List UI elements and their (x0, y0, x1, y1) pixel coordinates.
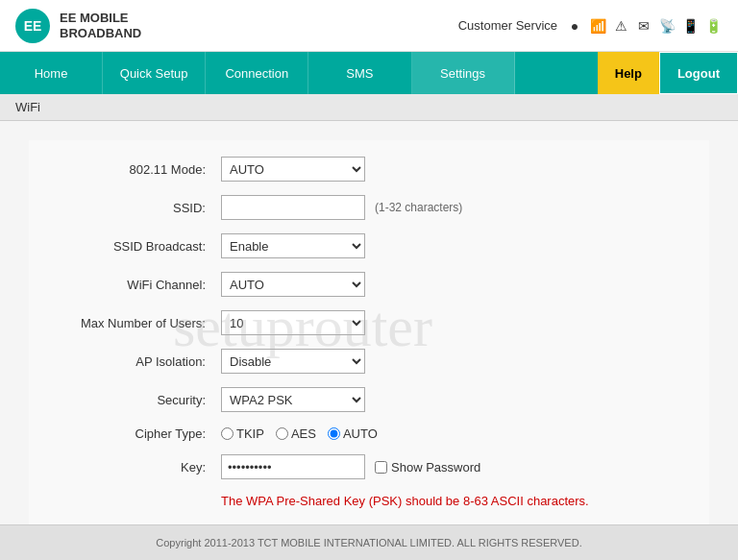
ssid-row: SSID: (1-32 characters) (29, 188, 709, 227)
content: 802.11 Mode: AUTO 11b 11g 11n SSID: (1-3… (0, 121, 738, 560)
wifi-channel-control: AUTO 123 456 789 1011 (221, 272, 365, 297)
wifi-channel-label: WiFi Channel: (29, 278, 221, 292)
mode-control: AUTO 11b 11g 11n (221, 157, 365, 182)
cipher-tkip-radio[interactable] (221, 427, 234, 440)
logo-area: EE EE MOBILE BROADBAND (15, 9, 141, 43)
show-password-checkbox[interactable] (375, 461, 387, 474)
ap-isolation-row: AP Isolation: Disable Enable (29, 342, 709, 380)
ap-isolation-label: AP Isolation: (29, 354, 221, 369)
ssid-hint: (1-32 characters) (375, 201, 462, 214)
navigation: Home Quick Setup Connection SMS Settings… (0, 52, 738, 94)
nav-connection[interactable]: Connection (206, 52, 308, 94)
ssid-label: SSID: (29, 201, 221, 215)
cipher-aes-radio[interactable] (276, 427, 288, 440)
security-row: Security: WPA2 PSK WPA PSK WEP Disable (29, 380, 709, 419)
max-users-label: Max Number of Users: (29, 316, 221, 330)
cipher-tkip-label[interactable]: TKIP (221, 426, 264, 441)
breadcrumb-text: WiFi (15, 100, 40, 114)
mode-label: 802.11 Mode: (29, 162, 221, 177)
cipher-auto-text: AUTO (343, 426, 378, 441)
content-wrapper: setuprouter 802.11 Mode: AUTO 11b 11g 11… (0, 121, 738, 560)
nav-quick-setup[interactable]: Quick Setup (103, 52, 206, 94)
show-password-text: Show Password (391, 460, 480, 475)
key-input[interactable] (221, 454, 365, 479)
battery-icon: 🔋 (703, 18, 723, 34)
cipher-type-row: Cipher Type: TKIP AES AUTO (29, 419, 709, 448)
key-control: Show Password (221, 454, 480, 479)
footer: Copyright 2011-2013 TCT MOBILE INTERNATI… (0, 524, 738, 560)
customer-service-label: Customer Service (458, 18, 557, 33)
logo-icon: EE (15, 9, 50, 43)
wifi-channel-select[interactable]: AUTO 123 456 789 1011 (221, 272, 365, 297)
ssid-broadcast-select[interactable]: Enable Disable (221, 233, 365, 258)
mode-select[interactable]: AUTO 11b 11g 11n (221, 157, 365, 182)
logo-text: EE MOBILE BROADBAND (60, 11, 141, 40)
ssid-broadcast-label: SSID Broadcast: (29, 239, 221, 254)
security-select[interactable]: WPA2 PSK WPA PSK WEP Disable (221, 387, 365, 412)
warning-text: The WPA Pre-Shared Key (PSK) should be 8… (29, 486, 709, 516)
header: EE EE MOBILE BROADBAND Customer Service … (0, 0, 738, 52)
ap-isolation-select[interactable]: Disable Enable (221, 349, 365, 374)
cipher-type-control: TKIP AES AUTO (221, 426, 378, 441)
footer-text: Copyright 2011-2013 TCT MOBILE INTERNATI… (156, 537, 581, 548)
header-icons: ● 📶 ⚠ ✉ 📡 📱 🔋 (565, 18, 723, 34)
wifi-icon: 📡 (657, 18, 676, 34)
nav-sms[interactable]: SMS (308, 52, 411, 94)
wifi-form: 802.11 Mode: AUTO 11b 11g 11n SSID: (1-3… (29, 140, 709, 560)
max-users-select[interactable]: 123 456 789 10 (221, 310, 365, 335)
cipher-tkip-text: TKIP (236, 426, 264, 441)
max-users-control: 123 456 789 10 (221, 310, 365, 335)
signal-dot-icon: ● (565, 18, 584, 34)
nav-home[interactable]: Home (0, 52, 103, 94)
envelope-icon: ✉ (634, 18, 653, 34)
ssid-broadcast-control: Enable Disable (221, 233, 365, 258)
max-users-row: Max Number of Users: 123 456 789 10 (29, 304, 709, 342)
alert-icon: ⚠ (611, 18, 630, 34)
nav-settings[interactable]: Settings (412, 52, 515, 94)
ssid-control: (1-32 characters) (221, 195, 462, 220)
help-button[interactable]: Help (598, 52, 659, 94)
key-row: Key: Show Password (29, 448, 709, 486)
cipher-auto-radio[interactable] (328, 427, 340, 440)
cipher-auto-label[interactable]: AUTO (328, 426, 378, 441)
logo-line2: BROADBAND (60, 26, 141, 41)
security-label: Security: (29, 393, 221, 407)
breadcrumb: WiFi (0, 94, 738, 121)
ssid-input[interactable] (221, 195, 365, 220)
cipher-aes-label[interactable]: AES (276, 426, 316, 441)
cipher-aes-text: AES (291, 426, 316, 441)
key-label: Key: (29, 460, 221, 475)
cipher-radio-group: TKIP AES AUTO (221, 426, 378, 441)
show-password-label[interactable]: Show Password (375, 460, 480, 475)
header-right: Customer Service ● 📶 ⚠ ✉ 📡 📱 🔋 (458, 18, 723, 34)
wifi-channel-row: WiFi Channel: AUTO 123 456 789 1011 (29, 265, 709, 304)
ap-isolation-control: Disable Enable (221, 349, 365, 374)
logout-button[interactable]: Logout (659, 52, 738, 94)
cipher-type-label: Cipher Type: (29, 426, 221, 441)
logo-line1: EE MOBILE (60, 11, 141, 26)
mode-row: 802.11 Mode: AUTO 11b 11g 11n (29, 150, 709, 188)
phone-icon: 📱 (680, 18, 700, 34)
ssid-broadcast-row: SSID Broadcast: Enable Disable (29, 227, 709, 265)
security-control: WPA2 PSK WPA PSK WEP Disable (221, 387, 365, 412)
signal-bars-icon: 📶 (588, 18, 607, 34)
